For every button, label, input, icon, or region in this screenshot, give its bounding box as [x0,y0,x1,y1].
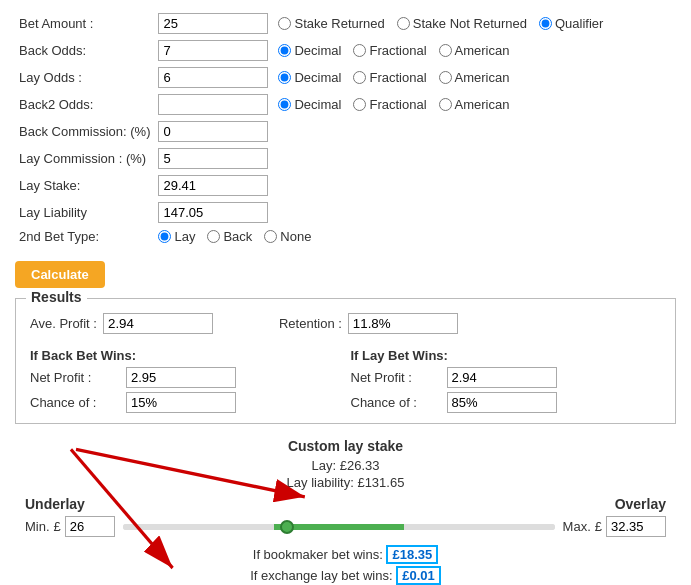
back-fractional-radio[interactable] [353,44,366,57]
lay-radio[interactable] [158,230,171,243]
none-option[interactable]: None [264,229,311,244]
results-title: Results [26,289,87,305]
back2-odds-input[interactable] [158,94,268,115]
max-symbol: £ [595,519,602,534]
stake-returned-option[interactable]: Stake Returned [278,16,384,31]
lay-commission-label: Lay Commission : (%) [15,145,154,172]
lay-net-profit-label: Net Profit : [351,370,441,385]
bookmaker-line1-prefix: If bookmaker bet wins: [253,547,383,562]
lay-commission-input[interactable] [158,148,268,169]
slider-track[interactable] [123,524,555,530]
results-panel: Results Ave. Profit : Retention : If Bac… [15,298,676,424]
if-back-wins-header: If Back Bet Wins: [30,348,341,363]
back-radio[interactable] [207,230,220,243]
underlay-label: Underlay [25,496,85,512]
back-commission-label: Back Commission: (%) [15,118,154,145]
min-input[interactable] [65,516,115,537]
back-odds-input[interactable] [158,40,268,61]
bookmaker-line2-prefix: If exchange lay bet wins: [250,568,392,583]
lay-american-option[interactable]: American [439,70,510,85]
lay-net-profit-input[interactable] [447,367,557,388]
min-symbol: £ [54,519,61,534]
min-box: Min. £ [25,516,115,537]
back2-fractional-option[interactable]: Fractional [353,97,426,112]
min-label: Min. [25,519,50,534]
back-decimal-radio[interactable] [278,44,291,57]
lay-odds-input[interactable] [158,67,268,88]
lay-odds-label: Lay Odds : [15,64,154,91]
back-chance-input[interactable] [126,392,236,413]
bookmaker-results: If bookmaker bet wins: £18.35 If exchang… [15,545,676,585]
bet2type-label: 2nd Bet Type: [15,226,154,247]
qualifier-radio[interactable] [539,17,552,30]
lay-decimal-option[interactable]: Decimal [278,70,341,85]
ave-profit-input[interactable] [103,313,213,334]
lay-liability-label: Lay Liability [15,199,154,226]
stake-not-returned-radio[interactable] [397,17,410,30]
calculate-button[interactable]: Calculate [15,261,105,288]
if-lay-wins-header: If Lay Bet Wins: [351,348,662,363]
back-decimal-option[interactable]: Decimal [278,43,341,58]
retention-label: Retention : [279,316,342,331]
slider-handle[interactable] [280,520,294,534]
custom-lay-title: Custom lay stake [15,438,676,454]
none-radio[interactable] [264,230,277,243]
stake-not-returned-option[interactable]: Stake Not Returned [397,16,527,31]
max-input[interactable] [606,516,666,537]
back-fractional-option[interactable]: Fractional [353,43,426,58]
bookmaker-line2-value: £0.01 [396,566,441,585]
back-odds-label: Back Odds: [15,37,154,64]
lay-stake-input[interactable] [158,175,268,196]
custom-lay-lay: Lay: £26.33 [15,458,676,473]
max-label: Max. [563,519,591,534]
lay-option[interactable]: Lay [158,229,195,244]
ave-profit-label: Ave. Profit : [30,316,97,331]
retention-input[interactable] [348,313,458,334]
back-option[interactable]: Back [207,229,252,244]
lay-liability-input[interactable] [158,202,268,223]
lay-chance-input[interactable] [447,392,557,413]
custom-lay-liability: Lay liability: £131.65 [15,475,676,490]
bet-amount-label: Bet Amount : [15,10,154,37]
back2-decimal-radio[interactable] [278,98,291,111]
back2-fractional-radio[interactable] [353,98,366,111]
lay-fractional-radio[interactable] [353,71,366,84]
back2-odds-label: Back2 Odds: [15,91,154,118]
lay-american-radio[interactable] [439,71,452,84]
back-chance-label: Chance of : [30,395,120,410]
bet-amount-input[interactable] [158,13,268,34]
qualifier-option[interactable]: Qualifier [539,16,603,31]
back-net-profit-input[interactable] [126,367,236,388]
max-box: Max. £ [563,516,666,537]
lay-decimal-radio[interactable] [278,71,291,84]
back2-decimal-option[interactable]: Decimal [278,97,341,112]
bet-form: Bet Amount : Stake Returned Stake Not Re… [15,10,676,247]
back-net-profit-label: Net Profit : [30,370,120,385]
stake-returned-radio[interactable] [278,17,291,30]
lay-chance-label: Chance of : [351,395,441,410]
back-commission-input[interactable] [158,121,268,142]
lay-stake-label: Lay Stake: [15,172,154,199]
back-american-option[interactable]: American [439,43,510,58]
bookmaker-line1-value: £18.35 [386,545,438,564]
back2-american-radio[interactable] [439,98,452,111]
back2-american-option[interactable]: American [439,97,510,112]
back-american-radio[interactable] [439,44,452,57]
overlay-label: Overlay [615,496,666,512]
lay-fractional-option[interactable]: Fractional [353,70,426,85]
